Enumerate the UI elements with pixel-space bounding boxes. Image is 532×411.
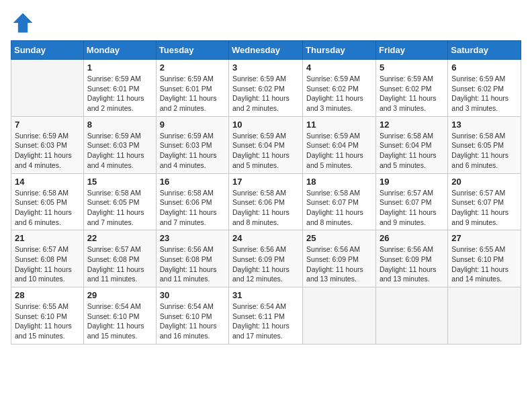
calendar-cell: 20Sunrise: 6:57 AMSunset: 6:07 PMDayligh… xyxy=(448,173,521,230)
day-number: 15 xyxy=(87,177,152,187)
day-info: Sunrise: 6:59 AMSunset: 6:03 PMDaylight:… xyxy=(160,131,225,171)
day-number: 16 xyxy=(160,177,225,187)
calendar-cell: 8Sunrise: 6:59 AMSunset: 6:03 PMDaylight… xyxy=(83,116,156,173)
day-info: Sunrise: 6:54 AMSunset: 6:10 PMDaylight:… xyxy=(160,302,225,341)
day-number: 17 xyxy=(232,177,299,187)
day-info: Sunrise: 6:56 AMSunset: 6:08 PMDaylight:… xyxy=(160,244,225,284)
calendar-week-row: 1Sunrise: 6:59 AMSunset: 6:01 PMDaylight… xyxy=(11,60,521,117)
logo-icon xyxy=(11,11,35,35)
calendar-cell: 24Sunrise: 6:56 AMSunset: 6:09 PMDayligh… xyxy=(229,230,303,287)
day-info: Sunrise: 6:59 AMSunset: 6:04 PMDaylight:… xyxy=(306,131,372,171)
calendar-cell: 12Sunrise: 6:58 AMSunset: 6:04 PMDayligh… xyxy=(375,116,447,173)
calendar-cell: 2Sunrise: 6:59 AMSunset: 6:01 PMDaylight… xyxy=(156,60,228,117)
day-info: Sunrise: 6:55 AMSunset: 6:10 PMDaylight:… xyxy=(451,244,517,284)
calendar-cell: 13Sunrise: 6:58 AMSunset: 6:05 PMDayligh… xyxy=(448,116,521,173)
day-number: 7 xyxy=(15,120,80,130)
day-info: Sunrise: 6:59 AMSunset: 6:01 PMDaylight:… xyxy=(160,74,225,113)
calendar-cell: 18Sunrise: 6:58 AMSunset: 6:07 PMDayligh… xyxy=(303,173,376,230)
calendar-cell: 31Sunrise: 6:54 AMSunset: 6:11 PMDayligh… xyxy=(229,287,303,345)
calendar-cell: 28Sunrise: 6:55 AMSunset: 6:10 PMDayligh… xyxy=(11,287,84,345)
day-info: Sunrise: 6:59 AMSunset: 6:03 PMDaylight:… xyxy=(87,131,152,171)
day-number: 5 xyxy=(380,62,444,73)
calendar-cell: 27Sunrise: 6:55 AMSunset: 6:10 PMDayligh… xyxy=(448,230,521,287)
day-number: 26 xyxy=(380,233,444,243)
day-info: Sunrise: 6:59 AMSunset: 6:02 PMDaylight:… xyxy=(306,74,372,113)
calendar-cell: 19Sunrise: 6:57 AMSunset: 6:07 PMDayligh… xyxy=(375,173,447,230)
day-info: Sunrise: 6:58 AMSunset: 6:05 PMDaylight:… xyxy=(15,188,80,228)
day-number: 14 xyxy=(15,177,80,187)
calendar-cell: 16Sunrise: 6:58 AMSunset: 6:06 PMDayligh… xyxy=(156,173,228,230)
day-info: Sunrise: 6:57 AMSunset: 6:07 PMDaylight:… xyxy=(380,188,444,228)
day-number: 18 xyxy=(306,177,372,187)
day-info: Sunrise: 6:57 AMSunset: 6:08 PMDaylight:… xyxy=(87,244,152,284)
day-number: 21 xyxy=(15,233,80,243)
calendar-cell: 11Sunrise: 6:59 AMSunset: 6:04 PMDayligh… xyxy=(303,116,376,173)
day-number: 1 xyxy=(87,62,152,73)
day-info: Sunrise: 6:54 AMSunset: 6:11 PMDaylight:… xyxy=(232,302,299,341)
calendar-cell: 14Sunrise: 6:58 AMSunset: 6:05 PMDayligh… xyxy=(11,173,84,230)
day-info: Sunrise: 6:58 AMSunset: 6:06 PMDaylight:… xyxy=(232,188,299,228)
calendar-cell: 23Sunrise: 6:56 AMSunset: 6:08 PMDayligh… xyxy=(156,230,228,287)
logo xyxy=(11,11,38,35)
calendar-cell: 7Sunrise: 6:59 AMSunset: 6:03 PMDaylight… xyxy=(11,116,84,173)
calendar-week-row: 28Sunrise: 6:55 AMSunset: 6:10 PMDayligh… xyxy=(11,287,521,345)
calendar-cell: 29Sunrise: 6:54 AMSunset: 6:10 PMDayligh… xyxy=(83,287,156,345)
day-number: 10 xyxy=(232,120,299,130)
day-number: 31 xyxy=(232,290,299,300)
day-number: 13 xyxy=(451,120,517,130)
day-info: Sunrise: 6:56 AMSunset: 6:09 PMDaylight:… xyxy=(232,244,299,284)
day-header-tuesday: Tuesday xyxy=(156,41,228,60)
calendar-week-row: 14Sunrise: 6:58 AMSunset: 6:05 PMDayligh… xyxy=(11,173,521,230)
day-number: 9 xyxy=(160,120,225,130)
calendar-cell: 26Sunrise: 6:56 AMSunset: 6:09 PMDayligh… xyxy=(375,230,447,287)
day-info: Sunrise: 6:59 AMSunset: 6:02 PMDaylight:… xyxy=(232,74,299,113)
calendar-cell xyxy=(375,287,447,345)
day-info: Sunrise: 6:58 AMSunset: 6:05 PMDaylight:… xyxy=(451,131,517,171)
day-header-sunday: Sunday xyxy=(11,41,84,60)
day-number: 28 xyxy=(15,290,80,300)
day-info: Sunrise: 6:58 AMSunset: 6:07 PMDaylight:… xyxy=(306,188,372,228)
calendar-cell: 30Sunrise: 6:54 AMSunset: 6:10 PMDayligh… xyxy=(156,287,228,345)
day-info: Sunrise: 6:59 AMSunset: 6:01 PMDaylight:… xyxy=(87,74,152,113)
day-header-friday: Friday xyxy=(375,41,447,60)
day-info: Sunrise: 6:56 AMSunset: 6:09 PMDaylight:… xyxy=(306,244,372,284)
day-number: 27 xyxy=(451,233,517,243)
calendar-week-row: 7Sunrise: 6:59 AMSunset: 6:03 PMDaylight… xyxy=(11,116,521,173)
day-header-saturday: Saturday xyxy=(448,41,521,60)
calendar-cell: 21Sunrise: 6:57 AMSunset: 6:08 PMDayligh… xyxy=(11,230,84,287)
calendar-header-row: SundayMondayTuesdayWednesdayThursdayFrid… xyxy=(11,41,521,60)
calendar-cell: 9Sunrise: 6:59 AMSunset: 6:03 PMDaylight… xyxy=(156,116,228,173)
day-header-thursday: Thursday xyxy=(303,41,376,60)
day-number: 4 xyxy=(306,62,372,73)
day-info: Sunrise: 6:59 AMSunset: 6:02 PMDaylight:… xyxy=(380,74,444,113)
calendar-cell: 15Sunrise: 6:58 AMSunset: 6:05 PMDayligh… xyxy=(83,173,156,230)
day-number: 22 xyxy=(87,233,152,243)
calendar-cell: 10Sunrise: 6:59 AMSunset: 6:04 PMDayligh… xyxy=(229,116,303,173)
day-info: Sunrise: 6:54 AMSunset: 6:10 PMDaylight:… xyxy=(87,302,152,341)
calendar-week-row: 21Sunrise: 6:57 AMSunset: 6:08 PMDayligh… xyxy=(11,230,521,287)
day-number: 20 xyxy=(451,177,517,187)
day-info: Sunrise: 6:55 AMSunset: 6:10 PMDaylight:… xyxy=(15,302,80,341)
day-info: Sunrise: 6:58 AMSunset: 6:04 PMDaylight:… xyxy=(380,131,444,171)
day-header-monday: Monday xyxy=(83,41,156,60)
day-number: 19 xyxy=(380,177,444,187)
day-number: 25 xyxy=(306,233,372,243)
day-info: Sunrise: 6:57 AMSunset: 6:07 PMDaylight:… xyxy=(451,188,517,228)
day-header-wednesday: Wednesday xyxy=(229,41,303,60)
day-number: 6 xyxy=(451,62,517,73)
calendar-cell: 3Sunrise: 6:59 AMSunset: 6:02 PMDaylight… xyxy=(229,60,303,117)
day-info: Sunrise: 6:59 AMSunset: 6:02 PMDaylight:… xyxy=(451,74,517,113)
calendar-cell: 22Sunrise: 6:57 AMSunset: 6:08 PMDayligh… xyxy=(83,230,156,287)
day-number: 30 xyxy=(160,290,225,300)
calendar-cell: 6Sunrise: 6:59 AMSunset: 6:02 PMDaylight… xyxy=(448,60,521,117)
day-number: 29 xyxy=(87,290,152,300)
day-number: 11 xyxy=(306,120,372,130)
day-info: Sunrise: 6:59 AMSunset: 6:03 PMDaylight:… xyxy=(15,131,80,171)
calendar-table: SundayMondayTuesdayWednesdayThursdayFrid… xyxy=(11,40,521,345)
day-number: 2 xyxy=(160,62,225,73)
day-info: Sunrise: 6:56 AMSunset: 6:09 PMDaylight:… xyxy=(380,244,444,284)
calendar-cell xyxy=(448,287,521,345)
day-number: 12 xyxy=(380,120,444,130)
calendar-cell: 5Sunrise: 6:59 AMSunset: 6:02 PMDaylight… xyxy=(375,60,447,117)
day-number: 3 xyxy=(232,62,299,73)
